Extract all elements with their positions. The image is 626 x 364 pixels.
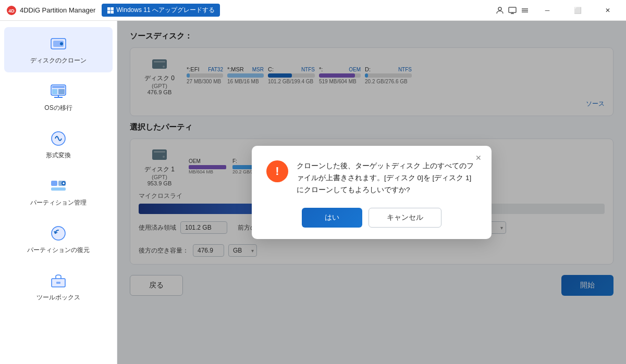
app-name: 4DDiG Partition Manager [20, 6, 95, 14]
sidebar-item-toolbox[interactable]: ツールボックス [4, 264, 113, 309]
sidebar-label-partition-restore: パーティションの復元 [27, 246, 90, 255]
svg-rect-5 [111, 10, 114, 14]
minimize-button[interactable]: ─ [535, 0, 559, 21]
app-logo: 4D 4DDiG Partition Manager [6, 5, 95, 16]
partition-manage-icon [49, 177, 68, 195]
close-button[interactable]: ✕ [596, 0, 620, 21]
toolbox-svg [49, 271, 68, 290]
svg-rect-25 [51, 187, 66, 191]
dialog-message: クローンした後、ターゲットディスク 上のすべてのファイルが上書きされます。[ディ… [297, 160, 477, 196]
svg-point-6 [498, 7, 501, 10]
partition-manage-svg [49, 177, 68, 195]
dialog-warning-icon: ! [266, 160, 288, 182]
sidebar-label-disk-clone: ディスクのクローン [30, 56, 87, 65]
titlebar-controls [496, 6, 529, 15]
svg-rect-23 [51, 181, 57, 186]
menu-icon[interactable] [521, 6, 529, 15]
main-content: ソースディスク： ディスク 0 (GPT) 476.9 GB [117, 21, 626, 364]
sidebar-label-os-migrate: OSの移行 [44, 104, 72, 112]
dialog: ✕ ! クローンした後、ターゲットディスク 上のすべてのファイルが上書きされます… [252, 146, 492, 239]
svg-rect-31 [56, 282, 60, 284]
upgrade-button[interactable]: Windows 11 へアップグレードする [102, 4, 220, 17]
windows-icon [107, 7, 114, 14]
format-svg [49, 129, 68, 148]
sidebar-label-format: 形式変換 [46, 151, 71, 160]
partition-restore-svg [49, 224, 68, 243]
sidebar-label-partition-manage: パーティション管理 [30, 198, 87, 207]
svg-rect-3 [111, 7, 114, 10]
restore-button[interactable]: ⬜ [566, 0, 590, 21]
disk-clone-svg [49, 34, 68, 53]
format-icon [49, 129, 68, 148]
dialog-close-button[interactable]: ✕ [473, 152, 484, 164]
svg-point-29 [52, 227, 65, 240]
svg-rect-19 [58, 89, 65, 94]
disk-clone-icon [49, 34, 68, 53]
monitor-icon[interactable] [508, 6, 517, 15]
dialog-cancel-button[interactable]: キャンセル [369, 208, 441, 228]
sidebar: ディスクのクローン OSの移行 [0, 21, 117, 364]
svg-rect-4 [107, 10, 111, 14]
dialog-body: ! クローンした後、ターゲットディスク 上のすべてのファイルが上書きされます。[… [266, 160, 477, 196]
titlebar: 4D 4DDiG Partition Manager Windows 11 へア… [0, 0, 626, 21]
os-migrate-icon [49, 82, 68, 101]
svg-rect-17 [52, 86, 65, 88]
app-logo-icon: 4D [6, 5, 17, 16]
svg-rect-2 [107, 7, 111, 10]
sidebar-item-format[interactable]: 形式変換 [4, 122, 113, 167]
svg-rect-7 [509, 7, 516, 12]
os-migrate-svg [49, 82, 68, 101]
app-body: ディスクのクローン OSの移行 [0, 21, 626, 364]
toolbox-icon [49, 271, 68, 290]
sidebar-item-disk-clone[interactable]: ディスクのクローン [4, 27, 113, 72]
user-icon[interactable] [496, 6, 504, 15]
dialog-overlay: ✕ ! クローンした後、ターゲットディスク 上のすべてのファイルが上書きされます… [117, 21, 626, 364]
svg-rect-18 [52, 89, 57, 94]
sidebar-item-os-migrate[interactable]: OSの移行 [4, 74, 113, 120]
dialog-yes-button[interactable]: はい [302, 208, 362, 228]
svg-text:4D: 4D [8, 8, 15, 14]
svg-point-15 [60, 42, 63, 45]
dialog-buttons: はい キャンセル [266, 208, 477, 228]
sidebar-item-partition-manage[interactable]: パーティション管理 [4, 169, 113, 215]
sidebar-label-toolbox: ツールボックス [36, 293, 80, 302]
partition-restore-icon [49, 224, 68, 243]
sidebar-item-partition-restore[interactable]: パーティションの復元 [4, 217, 113, 262]
